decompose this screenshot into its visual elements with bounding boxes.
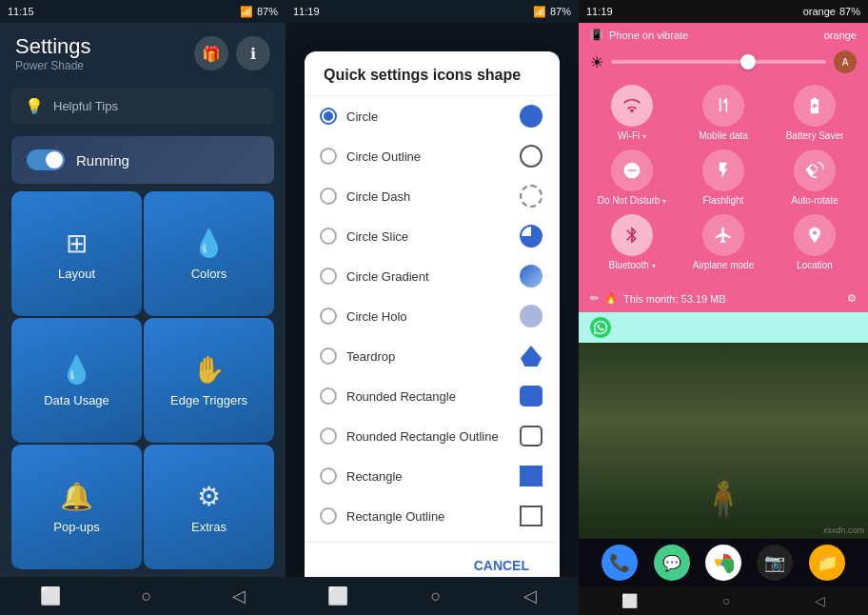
watermark: xsxdn.com: [823, 526, 864, 535]
battery-1: 87%: [257, 6, 278, 17]
auto-rotate-icon-wrap[interactable]: [794, 149, 836, 191]
shape-item-teardrop[interactable]: Teardrop: [305, 336, 560, 376]
shape-preview-circle-outline: [518, 143, 544, 169]
shape-label-circle-gradient: Circle Gradient: [346, 269, 508, 284]
tile-battery-saver[interactable]: Battery Saver: [776, 85, 854, 142]
shape-item-rounded-rect-outline[interactable]: Rounded Rectangle Outline: [305, 416, 560, 456]
tile-airplane[interactable]: Airplane mode: [684, 214, 762, 271]
phone-dock-icon[interactable]: 📞: [602, 545, 638, 581]
quick-settings-panel: 11:19 orange 87% 📳 Phone on vibrate oran…: [579, 0, 868, 615]
rectangle-outline-shape: [520, 506, 542, 526]
radio-inner-circle: [324, 111, 333, 121]
shape-preview-rectangle-outline: [518, 503, 544, 529]
shape-label-circle: Circle: [346, 109, 508, 124]
tile-location[interactable]: Location: [776, 214, 854, 271]
tile-mobile-data[interactable]: Mobile data: [684, 85, 762, 142]
tile-dnd[interactable]: Do Not Disturb ▾: [593, 149, 671, 207]
pencil-icon: ✏: [590, 292, 599, 305]
qs-nav-square[interactable]: ⬜: [621, 593, 638, 608]
grid-item-data-usage[interactable]: 💧 Data Usage: [11, 318, 142, 443]
tips-icon: 💡: [25, 97, 44, 115]
radio-teardrop: [320, 347, 337, 365]
tile-flashlight[interactable]: Flashlight: [684, 149, 762, 207]
carrier-label: orange: [824, 30, 857, 41]
radio-rectangle: [320, 467, 337, 485]
radio-rectangle-outline: [320, 507, 337, 525]
wifi-icon-wrap[interactable]: [611, 85, 653, 127]
messages-dock-icon[interactable]: 💬: [654, 545, 690, 581]
bluetooth-label: Bluetooth ▾: [608, 260, 655, 271]
wallpaper-figure: 🧍: [700, 475, 747, 520]
nav-circle-2[interactable]: ○: [425, 581, 447, 612]
mobile-data-icon-wrap[interactable]: [702, 85, 744, 127]
airplane-icon-wrap[interactable]: [702, 214, 744, 256]
qs-nav-circle[interactable]: ○: [722, 593, 730, 608]
mobile-data-label: Mobile data: [699, 130, 748, 142]
flashlight-label: Flashlight: [703, 195, 744, 207]
shape-item-rectangle-outline[interactable]: Rectangle Outline: [305, 496, 560, 536]
dnd-icon-wrap[interactable]: [611, 149, 653, 191]
grid-item-edge-triggers[interactable]: ✋ Edge Triggers: [144, 318, 274, 443]
dialog-actions: Cancel: [305, 542, 560, 577]
nav-square-2[interactable]: ⬜: [322, 580, 354, 612]
qs-tiles-row-2: Do Not Disturb ▾ Flashlight Auto-rotate: [586, 149, 860, 207]
signal-icon: 📶: [240, 6, 253, 18]
shape-item-circle-holo[interactable]: Circle Holo: [305, 296, 560, 336]
nav-back-2[interactable]: ◁: [518, 580, 542, 612]
edge-triggers-icon: ✋: [192, 354, 226, 386]
shape-preview-circle-dash: [518, 183, 544, 209]
radio-circle-slice: [320, 228, 337, 245]
radio-rounded-rect: [320, 387, 337, 405]
vibrate-label: Phone on vibrate: [609, 30, 688, 41]
shape-item-circle-dash[interactable]: Circle Dash: [305, 176, 560, 216]
title-group: Settings Power Shade: [15, 34, 91, 72]
nav-back-1[interactable]: ◁: [227, 580, 251, 612]
shape-item-circle-outline[interactable]: Circle Outline: [305, 136, 560, 176]
info-icon-button[interactable]: ℹ: [236, 36, 270, 70]
vibrate-icon: 📳: [590, 29, 603, 41]
shape-preview-rounded-rect-outline: [518, 423, 544, 449]
shape-item-circle-gradient[interactable]: Circle Gradient: [305, 256, 560, 296]
settings-data-icon[interactable]: ⚙: [847, 292, 857, 305]
user-avatar[interactable]: A: [834, 50, 857, 73]
shape-item-rectangle[interactable]: Rectangle: [305, 456, 560, 496]
shape-item-rounded-rect[interactable]: Rounded Rectangle: [305, 376, 560, 416]
nav-circle-1[interactable]: ○: [136, 581, 158, 612]
bluetooth-icon-wrap[interactable]: [611, 214, 653, 256]
settings-panel: 11:15 📶 87% Settings Power Shade 🎁 ℹ 💡 H…: [0, 0, 286, 615]
data-usage-label: Data Usage: [44, 393, 109, 407]
gift-icon-button[interactable]: 🎁: [194, 36, 228, 70]
nav-square-1[interactable]: ⬜: [34, 580, 67, 612]
shape-preview-rectangle: [518, 463, 544, 489]
tile-auto-rotate[interactable]: Auto-rotate: [776, 149, 854, 207]
qs-data-left: ✏ 🔥 This month: 53.19 MB: [590, 292, 726, 305]
tile-wifi[interactable]: Wi-Fi ▾: [593, 85, 671, 142]
rounded-rect-shape: [520, 386, 542, 407]
qs-time: 11:19: [586, 6, 613, 17]
brightness-icon: ☀: [590, 53, 603, 71]
shape-item-circle[interactable]: Circle: [305, 96, 560, 136]
layout-label: Layout: [58, 267, 95, 281]
flashlight-icon-wrap[interactable]: [702, 149, 744, 191]
brightness-slider[interactable]: [611, 60, 826, 64]
grid-item-popups[interactable]: 🔔 Pop-ups: [11, 445, 142, 569]
shape-label-rounded-rect-outline: Rounded Rectangle Outline: [346, 429, 508, 444]
camera-dock-icon[interactable]: 📷: [757, 545, 793, 581]
chrome-dock-icon[interactable]: [705, 545, 741, 581]
grid-item-colors[interactable]: 💧 Colors: [144, 191, 274, 316]
location-icon-wrap[interactable]: [794, 214, 836, 256]
helpful-tips-button[interactable]: 💡 Helpful Tips: [11, 88, 274, 125]
running-toggle[interactable]: [27, 149, 65, 170]
tile-bluetooth[interactable]: Bluetooth ▾: [593, 214, 671, 271]
whatsapp-icon: [590, 317, 611, 338]
cancel-button[interactable]: Cancel: [459, 550, 544, 577]
grid-item-extras[interactable]: ⚙ Extras: [144, 445, 274, 569]
radio-circle-dash: [320, 188, 337, 205]
shape-item-circle-slice[interactable]: Circle Slice: [305, 216, 560, 256]
qs-tiles-row-3: Bluetooth ▾ Airplane mode Location: [586, 214, 860, 271]
battery-saver-icon-wrap[interactable]: [794, 85, 836, 127]
files-dock-icon[interactable]: 📁: [809, 545, 845, 581]
qs-nav-back[interactable]: ◁: [815, 593, 825, 608]
whatsapp-notification-bar[interactable]: [579, 312, 868, 343]
grid-item-layout[interactable]: ⊞ Layout: [11, 191, 142, 316]
